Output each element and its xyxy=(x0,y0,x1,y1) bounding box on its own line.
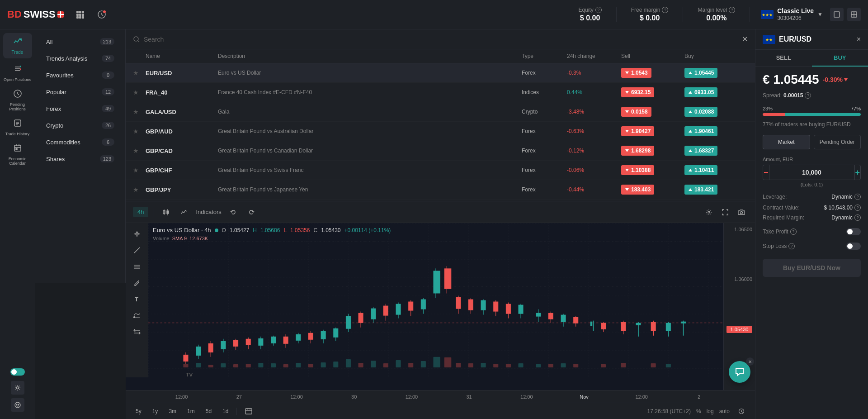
pending-order-btn[interactable]: Pending Order xyxy=(814,135,861,149)
table-row[interactable]: ★ GBP/CAD Great Britain Pound vs Canadia… xyxy=(126,141,755,161)
star-icon[interactable]: ★ xyxy=(133,147,146,154)
fibonacci-tool[interactable] xyxy=(130,308,144,323)
search-input[interactable] xyxy=(144,36,738,43)
free-margin-info-icon[interactable]: ? xyxy=(662,7,668,13)
percent-btn[interactable]: % xyxy=(696,408,701,414)
tf-1y[interactable]: 1y xyxy=(150,407,161,416)
clock-button[interactable] xyxy=(94,7,109,22)
buy-button[interactable]: 6933.05 xyxy=(684,87,717,97)
sidebar-item-pending-positions[interactable]: Pending Positions xyxy=(3,87,32,113)
buy-button[interactable]: 1.05445 xyxy=(684,68,717,78)
pencil-tool[interactable] xyxy=(130,276,144,290)
sell-button[interactable]: 1.10388 xyxy=(621,165,654,175)
smiley-button[interactable] xyxy=(11,398,24,412)
cat-item-forex[interactable]: Forex 49 xyxy=(39,100,122,117)
tab-buy[interactable]: BUY xyxy=(812,50,868,67)
sell-button[interactable]: 1.90427 xyxy=(621,126,654,136)
margin-level-info-icon[interactable]: ? xyxy=(729,7,735,13)
order-close-button[interactable]: × xyxy=(857,35,861,43)
chart-settings-button[interactable] xyxy=(703,206,715,219)
table-row[interactable]: ★ GBP/CHF Great Britain Pound vs Swiss F… xyxy=(126,161,755,180)
chat-button[interactable]: ✕ xyxy=(729,361,750,383)
spread-info-icon[interactable]: ? xyxy=(805,92,811,99)
stop-loss-info-icon[interactable]: ? xyxy=(788,243,795,249)
star-icon[interactable]: ★ xyxy=(133,108,146,115)
take-profit-toggle[interactable] xyxy=(846,228,861,235)
cat-item-shares[interactable]: Shares 123 xyxy=(39,151,122,167)
sell-button[interactable]: 0.0158 xyxy=(621,107,651,117)
buy-button[interactable]: 1.90461 xyxy=(684,126,717,136)
candle-type-button[interactable] xyxy=(160,206,172,219)
line-tool[interactable] xyxy=(130,243,144,257)
screenshot-button[interactable] xyxy=(735,206,748,219)
buy-button[interactable]: 1.10411 xyxy=(684,165,717,175)
tab-sell[interactable]: SELL xyxy=(755,50,812,67)
settings-gear-button[interactable] xyxy=(11,381,24,395)
redo-button[interactable] xyxy=(245,206,258,219)
sell-button[interactable]: 1.68298 xyxy=(621,146,654,156)
tf-3m[interactable]: 3m xyxy=(166,407,179,416)
amount-minus-button[interactable]: − xyxy=(763,165,769,180)
star-icon[interactable]: ★ xyxy=(133,167,146,174)
text-tool[interactable]: T xyxy=(130,292,144,306)
zoom-tool[interactable] xyxy=(130,324,144,339)
star-icon[interactable]: ★ xyxy=(133,128,146,135)
calendar-filter-button[interactable] xyxy=(242,405,255,418)
tf-5y[interactable]: 5y xyxy=(133,407,144,416)
table-row[interactable]: ★ FRA_40 France 40 Cash Index #E-CFD #N-… xyxy=(126,83,755,102)
amount-plus-button[interactable]: + xyxy=(854,165,861,180)
tf-1m[interactable]: 1m xyxy=(184,407,198,416)
star-icon[interactable]: ★ xyxy=(133,69,146,76)
sell-button[interactable]: 1.0543 xyxy=(621,68,651,78)
crosshair-tool[interactable] xyxy=(130,227,144,241)
timeframe-4h-btn[interactable]: 4h xyxy=(133,207,148,217)
table-row[interactable]: ★ GALA/USD Gala Crypto -3.48% 0.0158 0.0… xyxy=(126,102,755,122)
cat-item-crypto[interactable]: Crypto 26 xyxy=(39,117,122,133)
tf-1d[interactable]: 1d xyxy=(220,407,231,416)
dark-mode-toggle[interactable] xyxy=(10,368,25,376)
equity-info-icon[interactable]: ? xyxy=(595,7,602,13)
sell-button[interactable]: 6932.15 xyxy=(621,87,654,97)
buy-button[interactable]: 183.421 xyxy=(684,185,717,195)
chart-container[interactable]: T xyxy=(126,223,755,390)
table-row[interactable]: ★ GBP/AUD Great Britain Pound vs Austral… xyxy=(126,122,755,141)
search-close-icon[interactable]: ✕ xyxy=(742,35,748,43)
tf-5d[interactable]: 5d xyxy=(203,407,214,416)
buy-button[interactable]: 1.68327 xyxy=(684,146,717,156)
maximize-button[interactable] xyxy=(830,8,844,21)
star-icon[interactable]: ★ xyxy=(133,186,146,193)
cat-item-popular[interactable]: Popular 12 xyxy=(39,84,122,100)
sell-button[interactable]: 183.403 xyxy=(621,185,654,195)
star-icon[interactable]: ★ xyxy=(133,89,146,96)
cat-item-all[interactable]: All 213 xyxy=(39,33,122,50)
chat-close-icon[interactable]: ✕ xyxy=(746,357,754,366)
indicators-label[interactable]: Indicators xyxy=(196,209,221,215)
account-block[interactable]: ★★★ Classic Live 30304206 ▼ xyxy=(750,7,823,22)
cat-item-commodities[interactable]: Commodities 6 xyxy=(39,134,122,150)
table-row[interactable]: ★ EUR/USD Euro vs US Dollar Forex -0.3% … xyxy=(126,63,755,83)
amount-input[interactable] xyxy=(769,169,854,176)
market-order-btn[interactable]: Market xyxy=(763,135,810,149)
sidebar-item-trade[interactable]: Trade xyxy=(3,33,32,58)
indicators-button[interactable] xyxy=(178,206,190,219)
settings-button[interactable] xyxy=(847,8,861,21)
buy-now-button[interactable]: Buy EUR/USD Now xyxy=(763,259,861,277)
sidebar-item-trade-history[interactable]: Trade History xyxy=(3,114,32,140)
undo-button[interactable] xyxy=(227,206,240,219)
cat-item-trends-analysis[interactable]: Trends Analysis 74 xyxy=(39,50,122,67)
take-profit-info-icon[interactable]: ? xyxy=(790,229,797,235)
margin-info-icon[interactable]: ? xyxy=(854,214,861,221)
stop-loss-toggle[interactable] xyxy=(846,243,861,250)
horizontal-line-tool[interactable] xyxy=(130,259,144,274)
fullscreen-button[interactable] xyxy=(719,206,731,219)
buy-button[interactable]: 0.02088 xyxy=(684,107,717,117)
auto-btn[interactable]: auto xyxy=(719,408,730,414)
sidebar-item-open-positions[interactable]: Open Positions xyxy=(3,60,32,86)
leverage-info-icon[interactable]: ? xyxy=(854,194,861,200)
contract-info-icon[interactable]: ? xyxy=(854,205,861,211)
table-row[interactable]: ★ GBP/JPY Great Britain Pound vs Japanes… xyxy=(126,180,755,200)
dark-mode-switch[interactable] xyxy=(10,368,25,376)
grid-menu-button[interactable] xyxy=(73,7,87,22)
sidebar-item-economic-calendar[interactable]: Economic Calendar xyxy=(3,142,32,167)
log-btn[interactable]: log xyxy=(707,408,714,414)
